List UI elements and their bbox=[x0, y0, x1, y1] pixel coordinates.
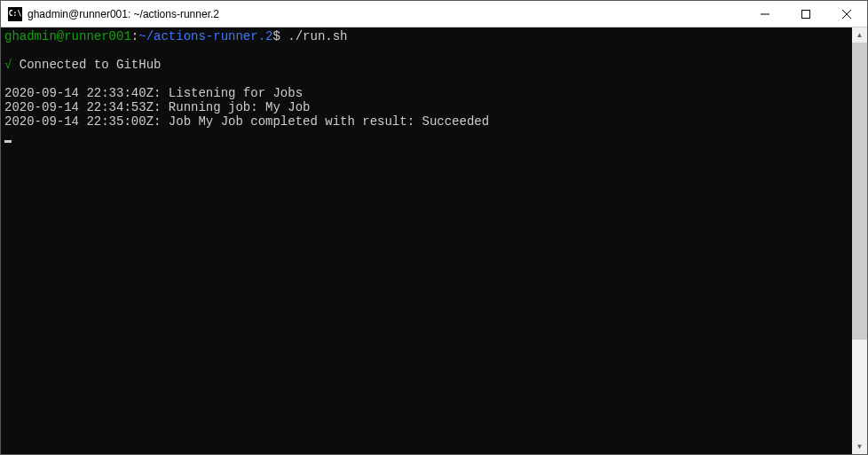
terminal-body: ghadmin@runner001:~/actions-runner.2$ ./… bbox=[1, 27, 867, 454]
scroll-up-button[interactable]: ▲ bbox=[852, 27, 867, 43]
window-controls bbox=[745, 1, 867, 27]
scroll-thumb[interactable] bbox=[852, 43, 867, 340]
close-button[interactable] bbox=[826, 1, 867, 27]
titlebar: C:\ ghadmin@runner001: ~/actions-runner.… bbox=[1, 1, 867, 27]
terminal-cursor bbox=[4, 140, 12, 143]
prompt-userhost: ghadmin@runner001 bbox=[4, 29, 131, 43]
scroll-down-button[interactable]: ▼ bbox=[852, 439, 867, 454]
prompt-command: ./run.sh bbox=[288, 29, 347, 43]
log-line: 2020-09-14 22:34:53Z: Running job: My Jo… bbox=[4, 100, 310, 114]
terminal-icon: C:\ bbox=[8, 7, 22, 21]
terminal-window: C:\ ghadmin@runner001: ~/actions-runner.… bbox=[0, 0, 868, 455]
connected-text: Connected to GitHub bbox=[12, 58, 161, 72]
svg-rect-1 bbox=[802, 10, 810, 18]
terminal-output[interactable]: ghadmin@runner001:~/actions-runner.2$ ./… bbox=[1, 27, 852, 454]
log-line: 2020-09-14 22:35:00Z: Job My Job complet… bbox=[4, 114, 489, 129]
log-line: 2020-09-14 22:33:40Z: Listening for Jobs bbox=[4, 86, 303, 100]
prompt-sep: : bbox=[131, 29, 138, 43]
prompt-path: ~/actions-runner.2 bbox=[138, 29, 272, 43]
window-title: ghadmin@runner001: ~/actions-runner.2 bbox=[28, 8, 745, 20]
minimize-button[interactable] bbox=[745, 1, 785, 27]
vertical-scrollbar[interactable]: ▲ ▼ bbox=[852, 27, 867, 454]
scroll-track[interactable] bbox=[852, 43, 867, 439]
maximize-button[interactable] bbox=[785, 1, 826, 27]
prompt-dollar: $ bbox=[272, 29, 280, 43]
